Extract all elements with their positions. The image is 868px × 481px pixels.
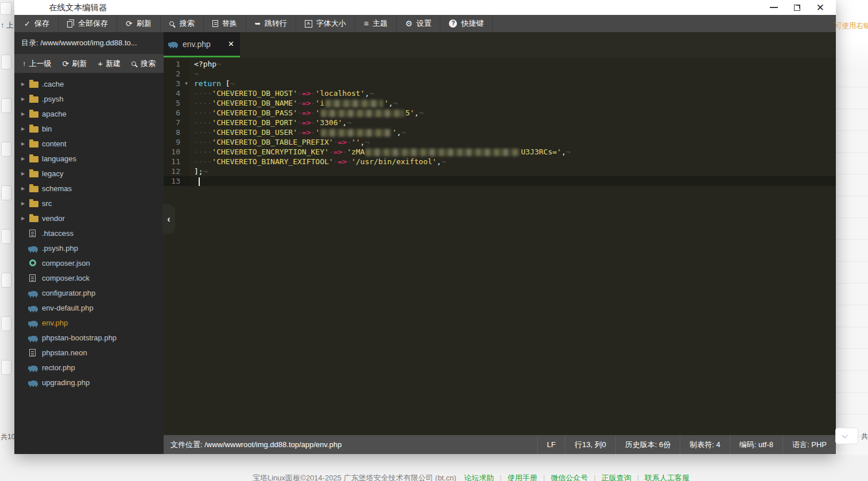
status-item[interactable]: 编码: utf-8 [730,435,782,454]
sidebar-action-button[interactable]: 搜索 [131,59,156,69]
caret-right-icon[interactable]: ▶ [21,156,29,161]
file-row[interactable]: .htaccess [14,226,164,240]
search-icon [131,61,138,66]
tab-bar: env.php ✕ [164,32,836,57]
folder-row[interactable]: ▶bin [14,121,164,136]
maximize-icon[interactable] [794,5,800,11]
status-item[interactable]: 制表符: 4 [680,435,729,454]
status-item[interactable]: 历史版本: 6份 [615,435,680,454]
code-text: ····'CHEVERETO_ENCRYPTION_KEY'·=>·'zMAU3… [189,147,836,157]
code-line[interactable]: 7····'CHEVERETO_DB_PORT'·=>·'3306',¬ [164,118,836,127]
file-row[interactable]: phpstan-bootstrap.php [14,330,164,345]
code-line[interactable]: 1<?php¬ [164,59,836,69]
file-location: 文件位置: /www/wwwroot/img.dd88.top/app/env.… [164,435,537,454]
status-item[interactable]: LF [537,435,565,454]
code-line[interactable]: 8····'CHEVERETO_DB_USER'·=>·'',¬ [164,127,836,137]
toolbar-button-label: 设置 [416,18,431,29]
file-row[interactable]: rector.php [14,360,164,375]
tab-env-php[interactable]: env.php ✕ [164,32,240,57]
sidebar-action-button[interactable]: 刷新 [63,59,87,69]
text-editor-modal: 在线文本编辑器 ✕ 保存全部保存刷新搜索替换跳转行A字体大小主题设置?快捷键 目… [14,0,836,454]
status-item[interactable]: 行13, 列0 [565,435,615,454]
file-row[interactable]: env.php [14,315,164,330]
close-icon[interactable]: ✕ [816,3,824,13]
sidebar-collapse-handle[interactable]: ‹ [162,204,175,234]
caret-right-icon[interactable]: ▶ [21,201,29,206]
file-row[interactable]: phpstan.neon [14,345,164,360]
save-button[interactable]: 保存 [16,15,59,32]
line-number: 11 [164,157,189,166]
page-size-select[interactable] [835,428,858,444]
folder-row[interactable]: ▶apache [14,106,164,121]
toolbar-button[interactable]: 设置 [397,15,441,32]
folder-row[interactable]: ▶content [14,136,164,151]
code-line[interactable]: 4····'CHEVERETO_DB_HOST'·=>·'localhost',… [164,88,836,98]
upload-button-fragment: ↑ 上 [1,21,13,30]
caret-right-icon[interactable]: ▶ [21,186,29,191]
folder-row[interactable]: ▶src [14,196,164,211]
file-row[interactable]: env-default.php [14,300,164,315]
folder-row[interactable]: ▶languages [14,151,164,166]
caret-right-icon[interactable]: ▶ [21,96,29,102]
sidebar-action-button[interactable]: 新建 [98,59,121,69]
code-line[interactable]: 10····'CHEVERETO_ENCRYPTION_KEY'·=>·'zMA… [164,147,836,157]
directory-path[interactable]: 目录: /www/wwwroot/img.dd88.to... [14,32,164,54]
minimize-icon[interactable] [770,7,778,8]
sidebar-action-button[interactable]: 上一级 [22,59,52,69]
code-text: ····'CHEVERETO_DB_USER'·=>·'',¬ [189,127,836,137]
toolbar-button[interactable]: 全部保存 [59,15,117,32]
toolbar-button[interactable]: ?快捷键 [440,15,493,32]
code-text: ····'CHEVERETO_DB_PORT'·=>·'3306',¬ [189,118,836,127]
folder-name: bin [42,125,52,133]
footer-link[interactable]: 联系人工客服 [645,474,689,481]
status-item[interactable]: 语言: PHP [782,435,836,454]
file-row[interactable]: configurator.php [14,285,164,300]
caret-right-icon[interactable]: ▶ [21,171,29,176]
folder-icon [29,125,42,133]
caret-right-icon[interactable]: ▶ [21,111,29,117]
footer-link[interactable]: 论坛求助 [464,474,494,481]
folder-row[interactable]: ▶.psysh [14,91,164,106]
code-line[interactable]: 12];¬ [164,166,836,176]
code-line[interactable]: 3▼return [¬ [164,79,836,88]
file-name: env.php [42,319,68,327]
footer-link[interactable]: 使用手册 [507,474,537,481]
toolbar-button[interactable]: 搜索 [161,15,204,32]
footer-link[interactable]: 正版查询 [602,474,631,481]
code-editor[interactable]: 1<?php¬2¬3▼return [¬4····'CHEVERETO_DB_H… [164,57,836,435]
toolbar-button[interactable]: 主题 [355,15,397,32]
file-row[interactable]: .psysh.php [14,240,164,255]
toolbar-button-label: 主题 [373,18,388,29]
folder-icon [29,110,42,118]
code-line[interactable]: 11····'CHEVERETO_BINARY_EXIFTOOL'·=>·'/u… [164,157,836,166]
caret-right-icon[interactable]: ▶ [21,82,29,87]
code-line[interactable]: 5····'CHEVERETO_DB_NAME'·=>·'i',¬ [164,98,836,108]
folder-name: content [42,139,67,148]
tab-close-icon[interactable]: ✕ [228,40,234,48]
total-count-fragment: 共 [861,432,868,441]
file-sidebar: 目录: /www/wwwroot/img.dd88.to... 上一级刷新新建搜… [14,32,164,454]
file-row[interactable]: composer.lock [14,270,164,285]
folder-row[interactable]: ▶schemas [14,181,164,196]
footer-link[interactable]: 微信公众号 [551,474,588,481]
code-line[interactable]: 6····'CHEVERETO_DB_PASS'·=>·'5',¬ [164,108,836,118]
fold-icon[interactable]: ▼ [185,79,188,88]
caret-right-icon[interactable]: ▶ [21,216,29,221]
toolbar-button[interactable]: 替换 [204,15,246,32]
code-line[interactable]: 9····'CHEVERETO_DB_TABLE_PREFIX'·=>·'',¬ [164,137,836,147]
caret-right-icon[interactable]: ▶ [21,141,29,146]
file-row[interactable]: upgrading.php [14,375,164,390]
folder-row[interactable]: ▶vendor [14,211,164,226]
toolbar-button[interactable]: 跳转行 [246,15,296,32]
sidebar-action-label: 搜索 [141,59,156,69]
line-number: 7 [164,118,189,127]
toolbar-button[interactable]: 刷新 [117,15,161,32]
folder-row[interactable]: ▶legacy [14,166,164,181]
caret-right-icon[interactable]: ▶ [21,126,29,131]
code-line[interactable]: 13 [164,176,836,186]
code-line[interactable]: 2¬ [164,69,836,79]
file-name: phpstan.neon [42,348,87,357]
file-row[interactable]: composer.json [14,255,164,270]
toolbar-button[interactable]: A字体大小 [296,15,355,32]
folder-row[interactable]: ▶.cache [14,76,164,91]
